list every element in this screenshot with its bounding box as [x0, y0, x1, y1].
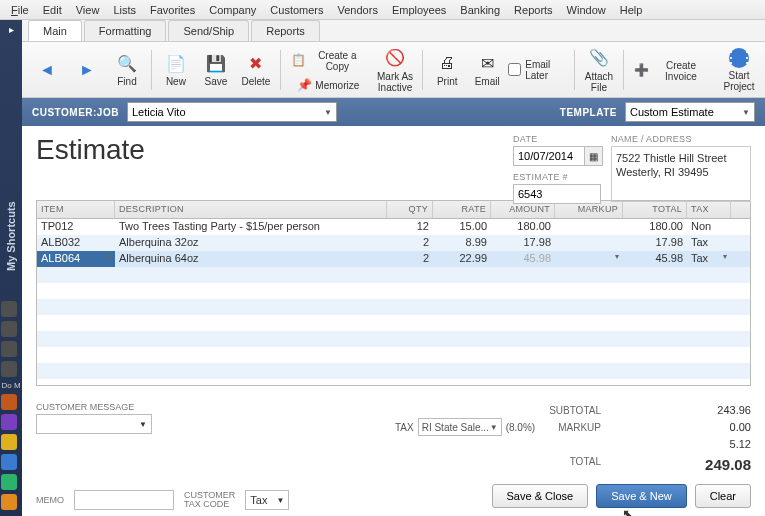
new-button[interactable]: 📄New: [157, 50, 195, 89]
attach-file-button[interactable]: 📎Attach File: [580, 45, 618, 95]
search-icon: 🔍: [116, 52, 138, 74]
dock-icon[interactable]: [1, 341, 17, 357]
nav-prev-button[interactable]: ◄: [28, 57, 66, 83]
estimate-no-input[interactable]: [513, 184, 601, 204]
sidebar-do-label: Do M: [1, 381, 20, 390]
memorize-button[interactable]: 📌Memorize: [286, 76, 371, 94]
attach-icon: 📎: [588, 47, 610, 69]
dock-icon[interactable]: [1, 414, 17, 430]
tab-main[interactable]: Main: [28, 20, 82, 41]
create-invoice-button[interactable]: ➕Create Invoice: [629, 56, 715, 84]
save-close-button[interactable]: Save & Close: [492, 484, 589, 508]
customer-job-label: CUSTOMER:JOB: [32, 107, 119, 118]
nav-next-button[interactable]: ►: [68, 57, 106, 83]
chevron-down-icon[interactable]: ▾: [107, 252, 111, 261]
print-button[interactable]: 🖨Print: [428, 50, 466, 89]
menu-banking[interactable]: Banking: [453, 4, 507, 16]
email-button[interactable]: ✉Email: [468, 50, 506, 89]
menu-edit[interactable]: Edit: [36, 4, 69, 16]
table-row[interactable]: ALB032Alberquina 32oz28.9917.9817.98Tax: [37, 235, 750, 251]
table-row[interactable]: TP012Two Trees Tasting Party - $15/per p…: [37, 219, 750, 235]
grid-body[interactable]: TP012Two Trees Tasting Party - $15/per p…: [37, 219, 750, 385]
create-copy-button[interactable]: 📋Create a Copy: [286, 46, 371, 74]
menu-view[interactable]: View: [69, 4, 107, 16]
customer-message-label: CUSTOMER MESSAGE: [36, 402, 134, 412]
tab-send-ship[interactable]: Send/Ship: [168, 20, 249, 41]
menubar[interactable]: File Edit View Lists Favorites Company C…: [0, 0, 765, 20]
line-items-grid: ITEM DESCRIPTION QTY RATE AMOUNT MARKUP …: [36, 200, 751, 386]
dock-icon[interactable]: [1, 434, 17, 450]
menu-vendors[interactable]: Vendors: [331, 4, 385, 16]
toolbar: ◄ ► 🔍Find 📄New 💾Save ✖Delete 📋Create a C…: [22, 42, 765, 98]
find-button[interactable]: 🔍Find: [108, 50, 146, 89]
dock-icon[interactable]: [1, 301, 17, 317]
clear-button[interactable]: Clear: [695, 484, 751, 508]
memo-input[interactable]: [74, 490, 174, 510]
copy-icon: 📋: [292, 53, 306, 67]
chevron-down-icon[interactable]: ▾: [723, 252, 727, 261]
tax-pct: (8.0%): [506, 422, 535, 433]
email-icon: ✉: [476, 52, 498, 74]
invoice-icon: ➕: [635, 63, 649, 77]
table-row[interactable]: ALB064▾Alberquina 64oz222.9945.98▾45.98T…: [37, 251, 750, 267]
estimate-no-label: ESTIMATE #: [513, 172, 603, 182]
delete-button[interactable]: ✖Delete: [237, 50, 275, 89]
menu-employees[interactable]: Employees: [385, 4, 453, 16]
table-row[interactable]: [37, 347, 750, 363]
dock-icon[interactable]: [1, 454, 17, 470]
menu-customers[interactable]: Customers: [263, 4, 330, 16]
table-row[interactable]: [37, 299, 750, 315]
menu-lists[interactable]: Lists: [106, 4, 143, 16]
customer-tax-code-select[interactable]: Tax▼: [245, 490, 289, 510]
arrow-left-icon: ◄: [36, 59, 58, 81]
dock-icon[interactable]: [1, 494, 17, 510]
tab-formatting[interactable]: Formatting: [84, 20, 167, 41]
tax-label: TAX: [395, 422, 414, 433]
memo-label: MEMO: [36, 495, 64, 505]
calendar-icon[interactable]: ▦: [585, 146, 603, 166]
customer-job-select[interactable]: Leticia Vito▼: [127, 102, 337, 122]
dock-icon[interactable]: [1, 474, 17, 490]
ribbon-tabs: Main Formatting Send/Ship Reports: [22, 20, 765, 42]
dock-icon[interactable]: [1, 361, 17, 377]
subtotal-label: SUBTOTAL: [549, 402, 601, 419]
menu-window[interactable]: Window: [560, 4, 613, 16]
total-label: TOTAL: [549, 453, 601, 470]
save-button[interactable]: 💾Save: [197, 50, 235, 89]
menu-company[interactable]: Company: [202, 4, 263, 16]
table-row[interactable]: [37, 331, 750, 347]
menu-favorites[interactable]: Favorites: [143, 4, 202, 16]
customer-message-select[interactable]: ▼: [36, 414, 152, 434]
sidebar-expand-icon[interactable]: ▸: [9, 20, 14, 39]
date-input[interactable]: [513, 146, 585, 166]
dock-icon[interactable]: [1, 394, 17, 410]
sidebar-shortcuts-label[interactable]: My Shortcuts: [5, 69, 17, 271]
tax-select[interactable]: RI State Sale...▼: [418, 418, 502, 436]
menu-help[interactable]: Help: [613, 4, 650, 16]
template-select[interactable]: Custom Estimate▼: [625, 102, 755, 122]
form-content: Estimate DATE ▦ ESTIMATE # NAME / ADDRES…: [22, 126, 765, 516]
template-label: TEMPLATE: [560, 107, 617, 118]
chevron-down-icon: ▼: [324, 108, 332, 117]
tab-reports[interactable]: Reports: [251, 20, 320, 41]
customer-template-bar: CUSTOMER:JOB Leticia Vito▼ TEMPLATE Cust…: [22, 98, 765, 126]
menu-reports[interactable]: Reports: [507, 4, 560, 16]
chevron-down-icon: ▼: [139, 420, 147, 429]
save-new-button[interactable]: Save & New: [596, 484, 687, 508]
tax-amount-value: 5.12: [691, 436, 751, 453]
address-box[interactable]: 7522 Thistle Hill Street Westerly, RI 39…: [611, 146, 751, 202]
table-row[interactable]: [37, 283, 750, 299]
mark-inactive-button[interactable]: 🚫Mark As Inactive: [373, 45, 418, 95]
table-row[interactable]: [37, 267, 750, 283]
pin-icon: 📌: [297, 78, 311, 92]
chevron-down-icon[interactable]: ▾: [615, 252, 619, 261]
sidebar-dock: Do M: [1, 301, 20, 516]
table-row[interactable]: [37, 363, 750, 379]
menu-file[interactable]: File: [4, 4, 36, 16]
print-icon: 🖨: [436, 52, 458, 74]
dock-icon[interactable]: [1, 321, 17, 337]
table-row[interactable]: [37, 315, 750, 331]
email-later-checkbox[interactable]: Email Later: [508, 59, 569, 81]
chevron-down-icon: ▼: [276, 496, 284, 505]
start-project-button[interactable]: ⋮⋮Start Project: [719, 46, 759, 94]
